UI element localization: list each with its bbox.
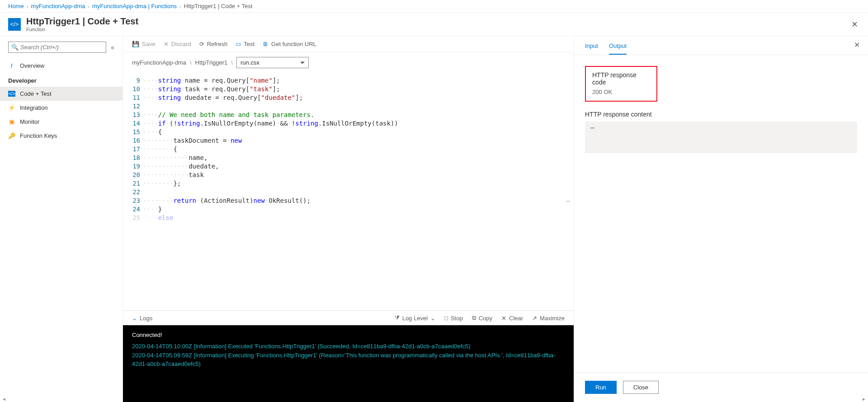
function-icon: </>	[8, 18, 21, 31]
file-dropdown[interactable]: run.csx	[236, 57, 309, 68]
path-segment-func: HttpTrigger1	[195, 59, 228, 66]
maximize-button[interactable]: ↗ Maximize	[532, 315, 565, 322]
logs-toggle[interactable]: ⌄ Logs	[132, 315, 152, 322]
chevron-right-icon: ›	[179, 4, 181, 9]
collapse-sidebar-button[interactable]: «	[111, 44, 114, 51]
discard-icon: ✕	[164, 41, 169, 47]
close-button[interactable]: Close	[623, 381, 659, 394]
logs-label: Logs	[140, 315, 152, 322]
search-box[interactable]: 🔍	[8, 42, 106, 53]
stop-icon: □	[444, 315, 448, 322]
page-header: </> HttpTrigger1 | Code + Test Function …	[0, 13, 868, 36]
path-segment-app: myFunctionApp-dma	[132, 59, 186, 66]
sidebar-item-label: Overview	[20, 62, 44, 69]
code-icon: </>	[8, 91, 15, 97]
sidebar-section-developer: Developer	[0, 73, 123, 87]
sidebar-item-monitor[interactable]: ▣ Monitor	[0, 115, 123, 129]
save-button[interactable]: 💾 Save	[132, 41, 156, 47]
sidebar-item-label: Integration	[20, 104, 47, 111]
discard-button[interactable]: ✕ Discard	[164, 41, 191, 47]
clear-label: Clear	[509, 315, 523, 322]
response-code-box: HTTP response code 200 OK	[585, 66, 657, 102]
console-connected: Connected!	[132, 332, 565, 338]
url-icon: 🗎	[263, 41, 269, 47]
line-gutter: 9101112 13141516 17181920 2122232425	[123, 75, 143, 310]
function-f-icon: ƒ	[8, 62, 15, 69]
path-separator: \	[231, 59, 233, 66]
file-dropdown-value: run.csx	[241, 59, 259, 66]
chevron-right-icon: ›	[88, 4, 90, 9]
console-output[interactable]: Connected! 2020-04-14T05:10:00Z [Informa…	[123, 325, 574, 402]
breadcrumb-current: HttpTrigger1 | Code + Test	[184, 3, 253, 9]
sidebar-item-overview[interactable]: ƒ Overview	[0, 58, 123, 73]
search-icon: 🔍	[11, 44, 19, 51]
test-label: Test	[244, 41, 255, 47]
clear-icon: ✕	[501, 315, 506, 322]
sidebar-item-label: Monitor	[20, 118, 39, 125]
breadcrumb-app[interactable]: myFunctionApp-dma	[31, 3, 85, 9]
refresh-button[interactable]: ⟳ Refresh	[199, 41, 228, 47]
run-button[interactable]: Run	[585, 381, 617, 394]
console-line: 2020-04-14T05:09:59Z [Information] Execu…	[132, 351, 565, 369]
sidebar-item-label: Function Keys	[20, 132, 57, 139]
sidebar-item-label: Code + Test	[20, 90, 52, 97]
response-content-box: ""	[585, 122, 857, 153]
code-editor[interactable]: 9101112 13141516 17181920 2122232425 ···…	[123, 75, 574, 310]
logs-toolbar: ⌄ Logs ⧩ Log Level ⌄ □ Stop ⧉ Copy ✕ Cle…	[123, 310, 574, 325]
response-code-value: 200 OK	[592, 89, 650, 95]
get-url-label: Get function URL	[271, 41, 316, 47]
copy-button[interactable]: ⧉ Copy	[472, 314, 492, 322]
response-code-label: HTTP response code	[592, 71, 650, 86]
chevron-right-icon: ›	[27, 4, 28, 9]
center-pane: 💾 Save ✕ Discard ⟳ Refresh ▭ Test 🗎 Get …	[123, 36, 574, 402]
test-tabs: Input Output	[574, 36, 868, 55]
test-panel: ✕ Input Output HTTP response code 200 OK…	[574, 36, 868, 402]
output-body: HTTP response code 200 OK HTTP response …	[574, 55, 868, 372]
sidebar-item-code-test[interactable]: </> Code + Test	[0, 87, 123, 101]
response-content-value: ""	[590, 126, 594, 133]
breadcrumb: Home › myFunctionApp-dma › myFunctionApp…	[0, 0, 868, 13]
sidebar-item-integration[interactable]: ⚡ Integration	[0, 101, 123, 115]
monitor-icon: ▣	[8, 118, 15, 125]
response-content-label: HTTP response content	[585, 111, 857, 118]
refresh-label: Refresh	[207, 41, 228, 47]
tab-output[interactable]: Output	[609, 42, 627, 55]
scroll-left-icon[interactable]: ◄	[2, 397, 6, 402]
tab-input[interactable]: Input	[585, 42, 598, 55]
path-separator: \	[190, 59, 192, 66]
search-input[interactable]	[20, 44, 103, 51]
page-subtitle: Function	[26, 27, 138, 32]
stop-button[interactable]: □ Stop	[444, 315, 463, 322]
maximize-icon: ↗	[532, 315, 537, 322]
test-button[interactable]: ▭ Test	[236, 41, 255, 47]
horizontal-scrollbar[interactable]: ◄ ►	[0, 396, 868, 402]
save-icon: 💾	[132, 41, 139, 47]
log-level-dropdown[interactable]: ⧩ Log Level ⌄	[395, 314, 435, 322]
page-title: HttpTrigger1 | Code + Test	[26, 16, 138, 27]
sidebar-item-function-keys[interactable]: 🔑 Function Keys	[0, 129, 123, 143]
close-blade-button[interactable]: ✕	[849, 18, 860, 31]
maximize-label: Maximize	[540, 315, 565, 322]
copy-label: Copy	[479, 315, 492, 322]
get-function-url-button[interactable]: 🗎 Get function URL	[263, 41, 316, 47]
breadcrumb-home[interactable]: Home	[8, 3, 24, 9]
sidebar: 🔍 « ƒ Overview Developer </> Code + Test…	[0, 36, 123, 402]
test-icon: ▭	[236, 41, 241, 47]
breadcrumb-functions[interactable]: myFunctionApp-dma | Functions	[92, 3, 177, 9]
lightning-icon: ⚡	[8, 104, 15, 111]
close-panel-button[interactable]: ✕	[854, 41, 860, 49]
discard-label: Discard	[171, 41, 191, 47]
file-path-row: myFunctionApp-dma \ HttpTrigger1 \ run.c…	[123, 52, 574, 75]
console-line: 2020-04-14T05:10:00Z [Information] Execu…	[132, 342, 565, 351]
code-area[interactable]: ····string·name·=·req.Query["name"]; ···…	[143, 75, 574, 310]
chevron-down-icon: ⌄	[430, 315, 435, 322]
copy-icon: ⧉	[472, 314, 476, 322]
save-label: Save	[142, 41, 156, 47]
chevron-down-icon: ⌄	[132, 315, 137, 322]
log-level-label: Log Level	[402, 315, 428, 322]
filter-icon: ⧩	[395, 314, 400, 322]
clear-button[interactable]: ✕ Clear	[501, 315, 523, 322]
refresh-icon: ⟳	[199, 41, 204, 47]
scroll-right-icon[interactable]: ►	[862, 397, 866, 402]
toolbar: 💾 Save ✕ Discard ⟳ Refresh ▭ Test 🗎 Get …	[123, 36, 574, 52]
